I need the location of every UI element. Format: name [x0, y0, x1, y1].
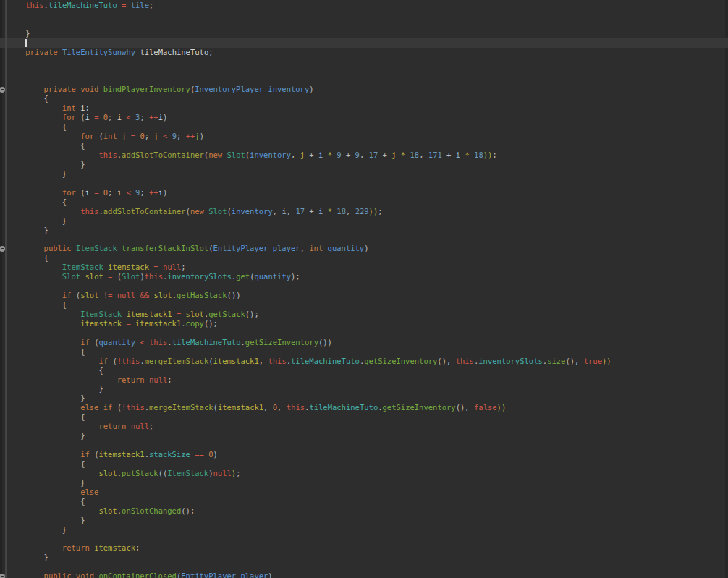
code-token: public void	[44, 571, 99, 578]
code-line[interactable]	[0, 20, 728, 29]
code-line[interactable]: {	[0, 412, 728, 422]
code-token: =	[117, 1, 131, 9]
code-line[interactable]: this.addSlotToContainer(new Slot(invento…	[0, 150, 728, 160]
code-line[interactable]: ItemStack itemstack1 = slot.getStack();	[0, 310, 728, 319]
code-line[interactable]	[0, 179, 728, 188]
code-token: size	[547, 357, 565, 365]
code-line[interactable]: if (!this.mergeItemStack(itemstack1, thi…	[0, 357, 728, 366]
code-line[interactable]: }	[0, 169, 728, 179]
code-line[interactable]: return null;	[0, 422, 728, 431]
code-line[interactable]	[0, 76, 728, 85]
indent	[7, 1, 25, 9]
code-line[interactable]	[0, 57, 728, 67]
code-line[interactable]: }	[0, 226, 728, 235]
code-token: (),	[437, 357, 455, 365]
code-line[interactable]: private void bindPlayerInventory(Invento…	[0, 85, 728, 94]
code-token: player	[273, 244, 300, 252]
code-token: =	[90, 188, 103, 197]
code-line[interactable]: private TileEntitySunwhy tileMachineTuto…	[0, 48, 728, 57]
code-token: tileMachineTuto	[291, 357, 360, 365]
code-token: (),	[565, 357, 583, 365]
code-line[interactable]: else	[0, 488, 728, 497]
code-token: ,	[263, 403, 273, 412]
code-line[interactable]: slot.onSlotChanged();	[0, 506, 728, 516]
code-line[interactable]: }	[0, 216, 728, 226]
code-token: private void	[44, 85, 103, 93]
code-token: ItemStack	[80, 310, 122, 318]
code-line[interactable]: {	[0, 459, 728, 469]
code-token: transferStackInSlot	[122, 244, 208, 252]
code-token: ;	[85, 103, 89, 112]
code-token: addSlotToContainer	[103, 207, 186, 216]
code-line[interactable]: slot.putStack((ItemStack)null);	[0, 469, 728, 478]
code-line[interactable]: }	[0, 525, 728, 535]
code-line[interactable]: if (itemstack1.stackSize == 0)	[0, 450, 728, 459]
code-token: null	[131, 422, 149, 430]
code-line[interactable]: ItemStack itemstack = null;	[0, 263, 728, 272]
code-token: }	[25, 29, 30, 38]
code-token: ;	[492, 150, 496, 159]
code-line[interactable]: if (quantity < this.tileMachineTuto.getS…	[0, 338, 728, 347]
code-token: getSizeInventory	[364, 357, 437, 365]
code-line[interactable]: public void onContainerClosed(EntityPlay…	[0, 571, 728, 578]
code-token: {	[80, 412, 85, 421]
code-line[interactable]: return itemstack;	[0, 543, 728, 553]
code-token: )	[163, 188, 167, 197]
code-line[interactable]	[0, 441, 728, 450]
code-line[interactable]: for (int j = 0; j < 9; ++j)	[0, 132, 728, 141]
code-line[interactable]	[0, 328, 728, 338]
code-token: ,	[291, 150, 300, 159]
code-line[interactable]: int i;	[0, 103, 728, 113]
indent	[7, 272, 62, 281]
code-line[interactable]: if (slot != null && slot.getHasStack())	[0, 291, 728, 300]
code-token: }	[62, 216, 67, 225]
code-line[interactable]: this.tileMachineTuto = tile;	[0, 1, 728, 10]
code-token: ==	[195, 450, 204, 459]
code-editor[interactable]: this.tileMachineTuto = tile; } private T…	[0, 0, 728, 578]
code-line[interactable]: {	[0, 347, 728, 357]
code-line[interactable]: {	[0, 300, 728, 310]
code-line[interactable]: for (i = 0; i < 3; ++i)	[0, 113, 728, 122]
code-line-current[interactable]	[0, 38, 728, 48]
code-line[interactable]: {	[0, 122, 728, 132]
code-token: inventory	[232, 207, 273, 216]
code-line[interactable]: }	[0, 431, 728, 441]
code-token: inventory	[250, 150, 291, 159]
code-line[interactable]: {	[0, 253, 728, 263]
code-line[interactable]: }	[0, 160, 728, 169]
code-line[interactable]: {	[0, 141, 728, 150]
code-token: addSlotToContainer	[122, 150, 204, 159]
code-line[interactable]: }	[0, 516, 728, 525]
code-line[interactable]: Slot slot = (Slot)this.inventorySlots.ge…	[0, 272, 728, 281]
code-text-area[interactable]: this.tileMachineTuto = tile; } private T…	[0, 1, 728, 578]
code-line[interactable]: {	[0, 197, 728, 207]
fold-collapse-icon[interactable]	[0, 246, 5, 252]
code-line[interactable]: public ItemStack transferStackInSlot(Ent…	[0, 244, 728, 253]
code-line[interactable]: itemstack = itemstack1.copy();	[0, 319, 728, 328]
code-line[interactable]: {	[0, 497, 728, 506]
code-line[interactable]: }	[0, 478, 728, 488]
indent	[7, 94, 44, 103]
code-line[interactable]: }	[0, 384, 728, 394]
code-line[interactable]: }	[0, 553, 728, 562]
code-line[interactable]	[0, 534, 728, 543]
code-line[interactable]: return null;	[0, 375, 728, 385]
code-line[interactable]	[0, 67, 728, 76]
code-line[interactable]: {	[0, 366, 728, 375]
code-line[interactable]	[0, 234, 728, 244]
code-line[interactable]	[0, 281, 728, 291]
code-line[interactable]: }	[0, 29, 728, 38]
code-token: )	[200, 132, 204, 140]
code-line[interactable]: for (i = 0; i < 9; ++i)	[0, 188, 728, 197]
code-line[interactable]: }	[0, 394, 728, 403]
code-token: return	[98, 422, 126, 430]
code-line[interactable]: this.addSlotToContainer(new Slot(invento…	[0, 207, 728, 216]
fold-collapse-icon[interactable]	[0, 574, 5, 578]
code-line[interactable]	[0, 10, 728, 20]
code-token: )	[364, 244, 368, 252]
code-line[interactable]: {	[0, 94, 728, 103]
fold-collapse-icon[interactable]	[0, 87, 5, 93]
code-line[interactable]: else if (!this.mergeItemStack(itemstack1…	[0, 403, 728, 412]
code-line[interactable]	[0, 562, 728, 571]
code-token: )	[163, 113, 167, 122]
